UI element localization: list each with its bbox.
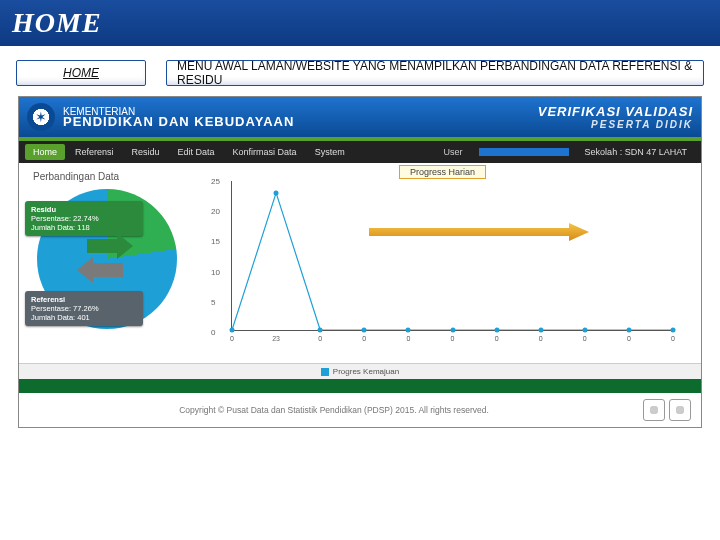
ministry-logo-icon: ✶ bbox=[27, 103, 55, 131]
x-label: 0 bbox=[671, 335, 675, 342]
arrow-orange-icon bbox=[369, 223, 589, 241]
x-label: 0 bbox=[451, 335, 455, 342]
ministry-big: PENDIDIKAN DAN KEBUDAYAAN bbox=[63, 117, 294, 127]
badge-residu: Residu Persentase: 22.74% Jumlah Data: 1… bbox=[25, 201, 143, 236]
x-label: 23 bbox=[272, 335, 280, 342]
data-point bbox=[406, 328, 411, 333]
data-point bbox=[450, 328, 455, 333]
y-tick: 20 bbox=[211, 207, 220, 216]
data-point bbox=[362, 328, 367, 333]
y-tick: 0 bbox=[211, 327, 215, 336]
app-body: Perbandingan Data Residu Persentase: 22.… bbox=[19, 163, 701, 363]
svg-marker-0 bbox=[87, 233, 133, 259]
caption-home-button[interactable]: HOME bbox=[16, 60, 146, 86]
x-label: 0 bbox=[627, 335, 631, 342]
data-point bbox=[274, 190, 279, 195]
menu-user-bar bbox=[479, 148, 569, 156]
caption-description: MENU AWAL LAMAN/WEBSITE YANG MENAMPILKAN… bbox=[166, 60, 704, 86]
y-tick: 25 bbox=[211, 177, 220, 186]
badge-ref-title: Referensi bbox=[31, 295, 65, 304]
app-header: ✶ KEMENTERIAN PENDIDIKAN DAN KEBUDAYAAN … bbox=[19, 97, 701, 137]
y-tick: 15 bbox=[211, 237, 220, 246]
badge-residu-jml: Jumlah Data: 118 bbox=[31, 223, 90, 232]
data-point bbox=[671, 328, 676, 333]
data-point bbox=[626, 328, 631, 333]
badge-residu-title: Residu bbox=[31, 205, 56, 214]
x-label: 0 bbox=[495, 335, 499, 342]
verif-title: VERIFIKASI VALIDASI PESERTA DIDIK bbox=[538, 104, 693, 130]
badge-residu-pct: Persentase: 22.74% bbox=[31, 214, 99, 223]
footer: Copyright © Pusat Data dan Statistik Pen… bbox=[19, 393, 701, 427]
menu-item-referensi[interactable]: Referensi bbox=[67, 144, 122, 160]
badge-ref-pct: Persentase: 77.26% bbox=[31, 304, 99, 313]
footer-green-bar bbox=[19, 379, 701, 393]
x-label: 0 bbox=[539, 335, 543, 342]
data-point bbox=[538, 328, 543, 333]
arrow-gray-icon bbox=[77, 257, 123, 283]
main-menu: HomeReferensiResiduEdit DataKonfirmasi D… bbox=[19, 141, 701, 163]
data-point bbox=[318, 328, 323, 333]
verif-line1: VERIFIKASI VALIDASI bbox=[538, 104, 693, 119]
legend-label: Progres Kemajuan bbox=[333, 367, 399, 376]
footer-seal-icon bbox=[669, 399, 691, 421]
slide-title-band: HOME bbox=[0, 0, 720, 46]
svg-marker-2 bbox=[369, 223, 589, 241]
x-label: 0 bbox=[583, 335, 587, 342]
x-label: 0 bbox=[230, 335, 234, 342]
ministry-name: KEMENTERIAN PENDIDIKAN DAN KEBUDAYAAN bbox=[63, 107, 294, 127]
right-panel: Progress Harian 023000000000 0510152025 bbox=[199, 163, 701, 363]
y-tick: 10 bbox=[211, 267, 220, 276]
footer-seal-icon bbox=[643, 399, 665, 421]
caption-row: HOME MENU AWAL LAMAN/WEBSITE YANG MENAMP… bbox=[0, 46, 720, 96]
menu-item-residu[interactable]: Residu bbox=[124, 144, 168, 160]
badge-referensi: Referensi Persentase: 77.26% Jumlah Data… bbox=[25, 291, 143, 326]
badge-ref-jml: Jumlah Data: 401 bbox=[31, 313, 90, 322]
data-point bbox=[494, 328, 499, 333]
verif-line2: PESERTA DIDIK bbox=[538, 119, 693, 130]
line-chart: 023000000000 0510152025 bbox=[211, 181, 673, 345]
left-panel-title: Perbandingan Data bbox=[19, 163, 199, 182]
footer-copyright: Copyright © Pusat Data dan Statistik Pen… bbox=[29, 405, 639, 415]
chart-line bbox=[232, 181, 673, 330]
menu-item-home[interactable]: Home bbox=[25, 144, 65, 160]
data-point bbox=[230, 328, 235, 333]
arrow-green-icon bbox=[87, 233, 133, 259]
menu-item-system[interactable]: System bbox=[307, 144, 353, 160]
x-label: 0 bbox=[362, 335, 366, 342]
slide-title: HOME bbox=[12, 7, 102, 39]
menu-user-label: User bbox=[436, 144, 471, 160]
y-tick: 5 bbox=[211, 297, 215, 306]
chart-title-badge: Progress Harian bbox=[399, 165, 486, 179]
legend-swatch-icon bbox=[321, 368, 329, 376]
data-point bbox=[582, 328, 587, 333]
app-window: ✶ KEMENTERIAN PENDIDIKAN DAN KEBUDAYAAN … bbox=[18, 96, 702, 428]
left-panel: Perbandingan Data Residu Persentase: 22.… bbox=[19, 163, 199, 363]
menu-school: Sekolah : SDN 47 LAHAT bbox=[577, 144, 695, 160]
x-label: 0 bbox=[318, 335, 322, 342]
menu-item-konfirmasi-data[interactable]: Konfirmasi Data bbox=[225, 144, 305, 160]
chart-legend: Progres Kemajuan bbox=[19, 363, 701, 379]
menu-item-edit-data[interactable]: Edit Data bbox=[170, 144, 223, 160]
chart-plot-area: 023000000000 bbox=[231, 181, 673, 331]
svg-marker-1 bbox=[77, 257, 123, 283]
x-label: 0 bbox=[406, 335, 410, 342]
